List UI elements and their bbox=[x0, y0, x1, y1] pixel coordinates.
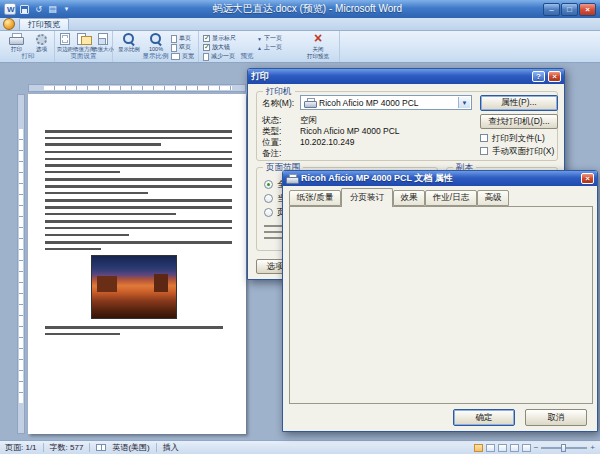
view-web-layout-button[interactable] bbox=[498, 444, 507, 452]
tab-finishing[interactable]: 分页装订 bbox=[341, 188, 393, 207]
window-title: 蚂远大巴直达.docx (预览) - Microsoft Word bbox=[75, 2, 540, 16]
magnifier-label: 放大镜 bbox=[212, 43, 230, 52]
one-page-button[interactable]: 单页 bbox=[171, 34, 191, 43]
find-printer-button[interactable]: 查找打印机(D)... bbox=[480, 114, 558, 129]
next-page-label: 下一页 bbox=[264, 34, 282, 43]
page-indicator[interactable]: 页面: 1/1 bbox=[5, 442, 37, 453]
finishing-tab-page bbox=[289, 206, 593, 404]
printer-properties-dialog: Ricoh Aficio MP 4000 PCL 文档 属性 纸张/质量 分页装… bbox=[282, 170, 598, 432]
insert-mode-indicator[interactable]: 插入 bbox=[163, 442, 179, 453]
undo-icon[interactable] bbox=[33, 4, 44, 15]
page-setup-group-label: 页面设置 bbox=[55, 52, 112, 61]
print-dialog-titlebar[interactable]: 打印 bbox=[248, 69, 564, 84]
print-preview-icon[interactable] bbox=[47, 4, 58, 15]
ribbon-group-preview: 显示标尺 放大镜 减少一页 下一页 上一页 关闭 打印预览 bbox=[199, 31, 340, 62]
print-group-label: 打印 bbox=[2, 52, 54, 61]
prev-page-button[interactable]: 上一页 bbox=[257, 43, 282, 52]
divider bbox=[43, 443, 44, 452]
document-photo bbox=[91, 255, 177, 319]
next-page-button[interactable]: 下一页 bbox=[257, 34, 282, 43]
close-print-preview-button[interactable]: 关闭 打印预览 bbox=[299, 32, 337, 59]
show-ruler-checkbox-icon bbox=[203, 35, 210, 42]
status-value: 空闲 bbox=[300, 115, 317, 125]
type-label: 类型: bbox=[262, 126, 281, 136]
margins-icon bbox=[60, 33, 70, 45]
vertical-ruler[interactable] bbox=[17, 94, 25, 434]
zoom-in-icon[interactable]: + bbox=[590, 443, 595, 452]
status-bar: 页面: 1/1 字数: 577 英语(美国) 插入 − + bbox=[0, 440, 600, 454]
word-window: 蚂远大巴直达.docx (预览) - Microsoft Word 打印预览 打… bbox=[0, 0, 600, 454]
margins-button[interactable]: 页边距 bbox=[56, 32, 74, 52]
close-icon[interactable] bbox=[548, 71, 561, 82]
status-label: 状态: bbox=[262, 115, 281, 125]
language-indicator[interactable]: 英语(美国) bbox=[112, 442, 149, 453]
one-page-label: 单页 bbox=[179, 34, 191, 43]
two-pages-icon bbox=[171, 44, 177, 52]
zoom-out-icon[interactable]: − bbox=[534, 443, 539, 452]
manual-duplex-checkbox[interactable] bbox=[480, 147, 488, 155]
print-dialog-title: 打印 bbox=[251, 70, 529, 83]
qat-dropdown-icon[interactable] bbox=[61, 4, 72, 15]
printer-icon bbox=[304, 98, 316, 107]
ok-button[interactable]: 确定 bbox=[453, 409, 515, 426]
tab-effects[interactable]: 效果 bbox=[393, 190, 425, 206]
title-bar: 蚂远大巴直达.docx (预览) - Microsoft Word bbox=[0, 0, 600, 18]
horizontal-ruler[interactable] bbox=[28, 84, 246, 92]
print-to-file-checkbox[interactable] bbox=[480, 134, 488, 142]
zoom-slider-thumb[interactable] bbox=[561, 444, 566, 452]
view-draft-button[interactable] bbox=[522, 444, 531, 452]
word-app-icon bbox=[4, 3, 16, 15]
ribbon: 打印 选项 打印 页边距 纸张方向 纸张大小 页面设置 bbox=[0, 31, 600, 63]
properties-button[interactable]: 属性(P)... bbox=[480, 95, 558, 111]
tab-print-preview[interactable]: 打印预览 bbox=[19, 18, 69, 30]
printer-icon bbox=[286, 174, 298, 183]
two-pages-label: 双页 bbox=[179, 43, 191, 52]
magnifier-checkbox[interactable]: 放大镜 bbox=[203, 43, 230, 52]
printer-icon bbox=[9, 33, 24, 45]
zoom-slider[interactable] bbox=[541, 447, 587, 449]
paper-size-button[interactable]: 纸张大小 bbox=[94, 32, 112, 52]
close-preview-label-2: 打印预览 bbox=[307, 53, 329, 59]
magnifier-icon bbox=[123, 33, 135, 45]
range-pages-radio[interactable] bbox=[264, 208, 273, 217]
cancel-button[interactable]: 取消 bbox=[525, 409, 587, 426]
zoom-button[interactable]: 显示比例 bbox=[115, 32, 143, 52]
tab-paper-quality[interactable]: 纸张/质量 bbox=[289, 190, 341, 206]
orientation-button[interactable]: 纸张方向 bbox=[75, 32, 93, 52]
properties-dialog-titlebar[interactable]: Ricoh Aficio MP 4000 PCL 文档 属性 bbox=[283, 171, 597, 186]
manual-duplex-label: 手动双面打印(X) bbox=[492, 146, 554, 156]
show-ruler-label: 显示标尺 bbox=[212, 34, 236, 43]
view-print-layout-button[interactable] bbox=[474, 444, 483, 452]
next-page-icon bbox=[257, 36, 262, 42]
print-to-file-label: 打印到文件(L) bbox=[492, 133, 545, 143]
zoom-100-button[interactable]: 100% bbox=[145, 32, 167, 52]
tab-job-log[interactable]: 作业/日志 bbox=[425, 190, 477, 206]
word-count[interactable]: 字数: 577 bbox=[50, 442, 84, 453]
maximize-button[interactable] bbox=[561, 3, 578, 16]
print-button[interactable]: 打印 bbox=[5, 32, 28, 52]
ribbon-tab-row: 打印预览 bbox=[0, 18, 600, 31]
view-fullscreen-button[interactable] bbox=[486, 444, 495, 452]
show-ruler-checkbox[interactable]: 显示标尺 bbox=[203, 34, 236, 43]
tab-advanced[interactable]: 高级 bbox=[477, 190, 509, 206]
help-icon[interactable] bbox=[532, 71, 545, 82]
printer-name-value: Ricoh Aficio MP 4000 PCL bbox=[319, 98, 419, 108]
dropdown-arrow-icon bbox=[458, 97, 470, 108]
one-page-icon bbox=[171, 35, 177, 43]
range-current-radio[interactable] bbox=[264, 194, 273, 203]
two-pages-button[interactable]: 双页 bbox=[171, 43, 191, 52]
range-all-radio[interactable] bbox=[264, 180, 273, 189]
close-icon[interactable] bbox=[581, 173, 594, 184]
close-preview-label-1: 关闭 bbox=[313, 46, 324, 52]
office-button[interactable] bbox=[3, 18, 15, 30]
proofing-icon[interactable] bbox=[96, 444, 106, 451]
minimize-button[interactable] bbox=[543, 3, 560, 16]
printer-name-select[interactable]: Ricoh Aficio MP 4000 PCL bbox=[300, 95, 472, 110]
divider bbox=[156, 443, 157, 452]
zoom-100-icon bbox=[150, 33, 162, 45]
view-outline-button[interactable] bbox=[510, 444, 519, 452]
close-button[interactable] bbox=[579, 3, 596, 16]
print-options-button[interactable]: 选项 bbox=[30, 32, 53, 52]
save-icon[interactable] bbox=[20, 5, 29, 14]
printer-name-label: 名称(M): bbox=[262, 98, 294, 108]
